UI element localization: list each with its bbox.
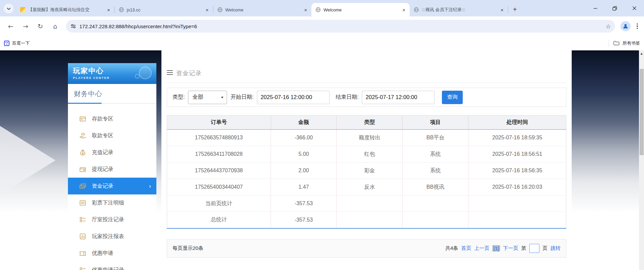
first-page-link[interactable]: 首页 [461, 245, 471, 252]
report-icon [79, 233, 86, 240]
page-scrollbar[interactable]: ▲ [639, 50, 644, 270]
table-row: 当前页统计-357.53 [167, 195, 566, 212]
sidebar-item-label: 充值记录 [92, 149, 113, 156]
table-cell: 系统 [403, 146, 468, 163]
browser-tab[interactable]: js13.cc× [115, 3, 213, 16]
menu-toggle-icon[interactable] [167, 70, 173, 77]
search-button[interactable]: 查询 [442, 91, 463, 104]
table-cell: 彩金 [337, 163, 403, 179]
sidebar-item-label: 优惠申请记录 [92, 267, 124, 270]
table-cell: 2025-07-16 18:59:35 [468, 130, 566, 146]
tab-close-icon[interactable]: × [499, 7, 505, 13]
table-cell: 1752654003440407 [167, 179, 271, 195]
total-count-text: 共4条 [445, 245, 458, 252]
sidebar-item-report[interactable]: 玩家投注报表 [68, 228, 156, 245]
table-row: 17526634117080285.00红包系统2025-07-16 18:56… [167, 146, 566, 163]
sidebar-item-list[interactable]: 彩票下注明细 [68, 194, 156, 211]
home-button[interactable]: ⌂ [49, 20, 61, 32]
tab-close-icon[interactable]: × [204, 7, 210, 13]
globe-favicon-icon [217, 7, 223, 12]
bookmark-baidu[interactable]: 百度一下 [4, 40, 30, 46]
table-cell: -366.00 [271, 130, 337, 146]
tab-title: Welcome [324, 7, 399, 12]
jump-prefix-text: 第 [521, 245, 526, 252]
cards-icon [79, 182, 86, 190]
page-size-text: 每页显示20条 [173, 245, 203, 252]
tab-search-button[interactable] [4, 4, 13, 13]
sidebar-item-hand[interactable]: 取款专区 [68, 127, 156, 144]
minimize-button[interactable] [585, 0, 605, 16]
table-row: 总统计-357.53 [167, 212, 566, 228]
bookmark-label: 百度一下 [12, 40, 30, 46]
sidebar-item-list2[interactable]: 厅室投注记录 [68, 211, 156, 228]
address-bar[interactable]: 172.247.228.82:888/hhcp/usercenter.html?… [66, 20, 615, 33]
scrollbar-up-arrow[interactable]: ▲ [639, 50, 644, 55]
table-cell: 1752663411708028 [167, 146, 271, 163]
table-header-cell: 处理时间 [468, 116, 566, 130]
profile-avatar[interactable] [620, 21, 631, 31]
table-cell: 2025-07-16 18:56:51 [468, 146, 566, 163]
list2-icon [79, 266, 86, 270]
sidebar-item-active-cards[interactable]: 资金记录› [68, 178, 156, 194]
browser-tab[interactable]: Welcome× [311, 3, 410, 16]
divider [609, 40, 609, 47]
end-date-label: 结束日期: [336, 94, 358, 101]
list2-icon [79, 216, 86, 223]
reload-button[interactable]: ↻ [35, 20, 46, 32]
sidebar-item-list2[interactable]: 优惠申请记录 [68, 262, 156, 270]
tab-close-icon[interactable]: × [303, 7, 309, 13]
browser-menu-button[interactable] [634, 24, 641, 29]
table-cell: 红包 [337, 146, 403, 163]
site-settings-icon[interactable] [71, 24, 76, 29]
restore-button[interactable] [605, 0, 624, 16]
close-window-button[interactable] [624, 0, 644, 16]
sidebar-item-wallet[interactable]: 提现记录 [68, 161, 156, 178]
new-tab-button[interactable]: + [510, 5, 520, 14]
filter-bar: 类型: 全部 ▼ 开始日期: 结束日期: 查询 [167, 88, 566, 107]
page-title: 资金记录 [176, 69, 202, 77]
sidebar-item-label: 提现记录 [92, 166, 113, 173]
scrollbar-thumb[interactable] [640, 69, 644, 155]
globe-favicon-icon [119, 7, 124, 12]
prev-page-link[interactable]: 上一页 [474, 245, 489, 252]
jump-suffix-text: 页 [542, 245, 547, 252]
start-date-input[interactable] [257, 91, 330, 104]
baidu-favicon [4, 41, 9, 46]
browser-tab[interactable]: :::视讯 会员下注纪录:::× [410, 3, 508, 16]
jump-link[interactable]: 跳转 [551, 245, 561, 252]
sidebar-item-label: 彩票下注明细 [92, 199, 124, 207]
forward-button[interactable]: → [20, 20, 31, 32]
table-cell: -357.53 [271, 212, 337, 228]
bookmark-star-icon[interactable]: ☆ [606, 23, 611, 30]
url-text[interactable]: 172.247.228.82:888/hhcp/usercenter.html?… [79, 24, 606, 29]
browser-tab[interactable]: 【新提醒】海燕策略论坛综合交× [16, 3, 114, 16]
table-cell: 2025-07-16 16:20:03 [468, 179, 566, 195]
table-row: 1752663574880913-366.00额度转出BB平台2025-07-1… [167, 130, 566, 146]
sidebar-item-label: 资金记录 [92, 183, 113, 190]
tab-close-icon[interactable]: × [106, 7, 112, 13]
table-cell [337, 212, 403, 228]
sidebar-item-bag[interactable]: 充值记录 [68, 144, 156, 161]
all-bookmarks-button[interactable]: 所有书签 [622, 40, 640, 46]
sidebar-item-coupon[interactable]: 优惠申请 [68, 245, 156, 262]
chevron-right-icon: › [149, 183, 151, 190]
tab-close-icon[interactable]: × [401, 7, 407, 13]
sidebar-menu: 存款专区取款专区充值记录提现记录资金记录›彩票下注明细厅室投注记录玩家投注报表优… [68, 110, 156, 270]
table-cell [468, 195, 566, 212]
sidebar-section-title: 财务中心 [74, 89, 156, 98]
chevron-down-icon: ▼ [221, 96, 224, 99]
browser-tab[interactable]: Welcome× [213, 3, 311, 16]
table-cell: BB视讯 [403, 179, 468, 195]
type-select[interactable]: 全部 ▼ [188, 91, 227, 104]
jump-page-input[interactable] [529, 244, 539, 253]
browser-toolbar: ← → ↻ ⌂ 172.247.228.82:888/hhcp/usercent… [0, 16, 644, 36]
bookmarks-bar: 百度一下 所有书签 [0, 36, 644, 50]
sidebar-item-card[interactable]: 存款专区 [68, 110, 156, 127]
table-header-cell: 订单号 [167, 116, 271, 130]
table-cell: 2025-07-16 18:56:35 [468, 163, 566, 179]
table-cell: -357.53 [271, 195, 337, 212]
back-button[interactable]: ← [5, 20, 16, 32]
type-label: 类型: [173, 94, 185, 101]
next-page-link[interactable]: 下一页 [503, 245, 518, 252]
end-date-input[interactable] [362, 91, 434, 104]
